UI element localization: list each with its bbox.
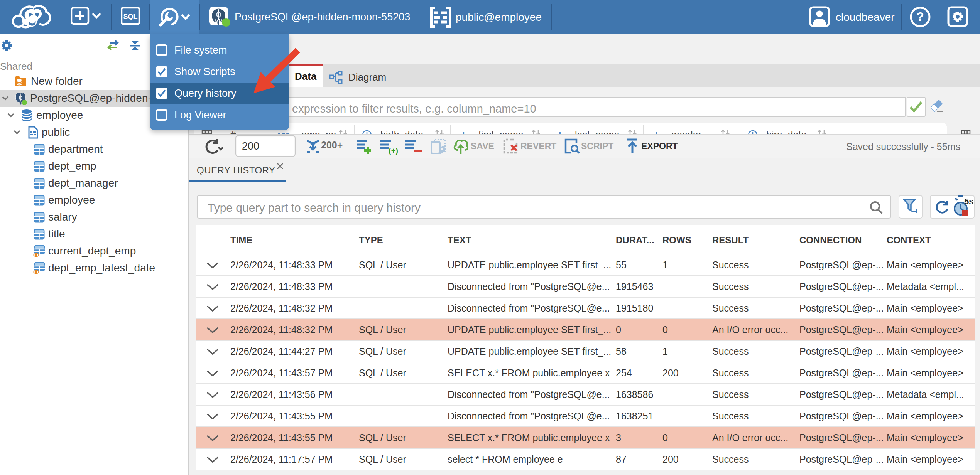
svg-text:?: ? — [916, 10, 924, 24]
svg-text:SQL: SQL — [123, 13, 137, 20]
svg-text:(+): (+) — [389, 147, 398, 155]
svg-text:5s: 5s — [964, 197, 973, 206]
